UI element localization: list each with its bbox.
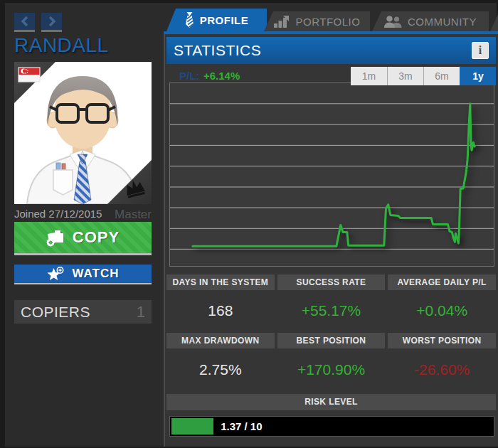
range-button-6m[interactable]: 6m bbox=[423, 67, 460, 85]
copy-button[interactable]: COPY bbox=[14, 222, 152, 255]
risk-bar-fill bbox=[171, 418, 213, 434]
stat-header-best-position: BEST POSITION bbox=[277, 333, 386, 348]
risk-level-header: RISK LEVEL bbox=[166, 394, 496, 410]
bar-chart-icon bbox=[274, 16, 290, 28]
pl-value: +6.14% bbox=[203, 70, 240, 82]
copiers-row: COPIERS 1 bbox=[14, 300, 152, 324]
tab-portfolio-label: PORTFOLIO bbox=[296, 16, 361, 28]
tab-profile-label: PROFILE bbox=[200, 14, 249, 26]
stat-values-row2: 2.75% +170.90% -26.60% bbox=[166, 348, 496, 391]
tie-icon bbox=[185, 12, 194, 28]
stat-value-best-position: +170.90% bbox=[277, 348, 386, 391]
trader-avatar bbox=[14, 62, 152, 204]
copy-pages-icon bbox=[46, 228, 65, 247]
tab-profile[interactable]: PROFILE bbox=[166, 9, 267, 31]
avatar-pocket bbox=[53, 170, 73, 195]
tab-community[interactable]: COMMUNITY bbox=[372, 11, 489, 31]
previous-trader-button[interactable] bbox=[14, 13, 35, 32]
stat-headers-row1: DAYS IN THE SYSTEM SUCCESS RATE AVERAGE … bbox=[166, 274, 496, 290]
range-button-1y[interactable]: 1y bbox=[460, 67, 496, 85]
info-icon[interactable]: i bbox=[472, 42, 489, 59]
widget-frame: RANDALL bbox=[5, 3, 497, 447]
copiers-label: COPIERS bbox=[21, 304, 90, 321]
stat-header-worst-position: WORST POSITION bbox=[388, 333, 496, 348]
pl-summary-row: P/L: +6.14% 1m 3m 6m 1y bbox=[166, 67, 496, 85]
joined-date: Joined 27/12/2015 bbox=[14, 208, 102, 220]
stat-header-days: DAYS IN THE SYSTEM bbox=[166, 274, 275, 290]
singapore-flag-icon bbox=[18, 68, 40, 82]
risk-level-bar: 1.37 / 10 bbox=[169, 416, 494, 437]
trader-profile-widget: RANDALL bbox=[0, 0, 498, 448]
range-button-1m[interactable]: 1m bbox=[351, 67, 387, 85]
statistics-header: STATISTICS i bbox=[166, 37, 496, 64]
stat-header-success-rate: SUCCESS RATE bbox=[277, 274, 386, 290]
watch-button-label: WATCH bbox=[72, 267, 119, 281]
next-trader-button[interactable] bbox=[41, 13, 62, 32]
time-range-selector: 1m 3m 6m 1y bbox=[351, 67, 496, 85]
joined-row: Joined 27/12/2015 Master bbox=[14, 208, 152, 220]
stat-value-worst-position: -26.60% bbox=[388, 348, 496, 391]
tab-community-label: COMMUNITY bbox=[408, 16, 477, 28]
master-badge-label: Master bbox=[115, 208, 152, 222]
stat-value-days: 168 bbox=[166, 290, 275, 331]
watch-star-icon bbox=[46, 267, 65, 282]
tab-portfolio[interactable]: PORTFOLIO bbox=[264, 11, 370, 31]
stat-header-avg-daily-pl: AVERAGE DAILY P/L bbox=[388, 274, 496, 290]
tabs-underline bbox=[164, 31, 498, 34]
stat-values-row1: 168 +55.17% +0.04% bbox=[166, 290, 496, 331]
stat-value-success-rate: +55.17% bbox=[277, 290, 386, 331]
chevron-right-icon bbox=[47, 16, 57, 27]
stat-header-max-drawdown: MAX DRAWDOWN bbox=[166, 333, 275, 348]
copy-button-label: COPY bbox=[73, 228, 120, 247]
tab-stub-partial bbox=[490, 11, 498, 31]
pl-chart-svg bbox=[170, 83, 494, 266]
pl-line-chart[interactable] bbox=[169, 82, 494, 267]
avatar-illustration bbox=[14, 62, 152, 204]
stat-value-avg-daily-pl: +0.04% bbox=[388, 290, 496, 331]
copiers-count: 1 bbox=[137, 303, 145, 321]
pl-label: P/L: bbox=[179, 70, 199, 82]
people-icon bbox=[384, 16, 402, 28]
trader-username: RANDALL bbox=[14, 34, 109, 57]
stat-value-max-drawdown: 2.75% bbox=[166, 348, 275, 391]
stat-headers-row2: MAX DRAWDOWN BEST POSITION WORST POSITIO… bbox=[166, 333, 496, 348]
chevron-left-icon bbox=[20, 16, 30, 27]
risk-level-value: 1.37 / 10 bbox=[221, 420, 262, 432]
watch-button[interactable]: WATCH bbox=[14, 265, 152, 284]
range-button-3m[interactable]: 3m bbox=[387, 67, 423, 85]
statistics-title: STATISTICS bbox=[174, 42, 261, 59]
